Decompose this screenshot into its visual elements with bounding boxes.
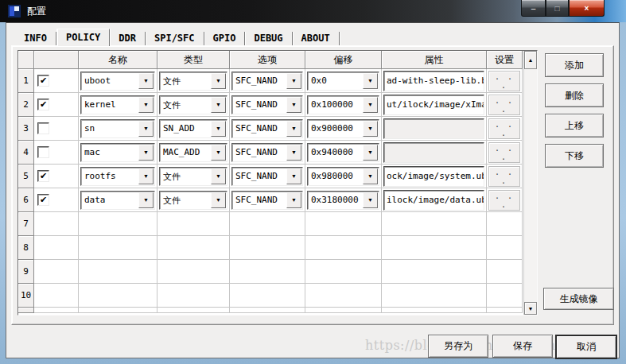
table-row-empty: 9 — [18, 260, 524, 284]
row-number: 5 — [18, 165, 34, 188]
move-down-button[interactable]: 下移 — [545, 144, 604, 168]
header-type: 类型 — [157, 51, 230, 69]
offset-combo[interactable]: 0x3180000▼ — [307, 191, 379, 210]
row-enable-checkbox[interactable]: ✔ — [37, 99, 49, 110]
attr-field[interactable]: ut/ilock/image/xImage — [383, 95, 484, 115]
tab-policy[interactable]: POLICY — [56, 29, 110, 46]
chevron-down-icon: ▼ — [211, 192, 226, 208]
attr-field[interactable] — [383, 142, 484, 163]
name-combo[interactable]: sn▼ — [80, 119, 155, 138]
chevron-down-icon: ▼ — [363, 97, 378, 113]
row-number: 1 — [18, 69, 34, 93]
table-row: 3 sn▼ SN_ADD▼ SFC_NAND▼ 0x900000▼ . . . — [18, 117, 524, 141]
type-combo[interactable]: MAC_ADD▼ — [159, 143, 227, 162]
name-combo[interactable]: rootfs▼ — [80, 167, 155, 186]
row-enable-checkbox[interactable] — [37, 122, 49, 134]
name-combo[interactable]: mac▼ — [80, 143, 155, 162]
chevron-down-icon: ▼ — [286, 121, 301, 137]
header-attr: 属性 — [382, 51, 487, 69]
generate-image-button[interactable]: 生成镜像 — [543, 288, 614, 310]
row-enable-checkbox[interactable]: ✔ — [37, 75, 49, 87]
tab-info[interactable]: INFO — [15, 32, 56, 45]
add-button[interactable]: 添加 — [545, 53, 604, 77]
tab-gpio[interactable]: GPIO — [204, 32, 246, 45]
chevron-down-icon: ▼ — [138, 192, 154, 208]
table-row: 4 mac▼ MAC_ADD▼ SFC_NAND▼ 0x940000▼ . . … — [18, 141, 524, 165]
offset-combo[interactable]: 0x100000▼ — [307, 95, 379, 114]
chevron-down-icon: ▼ — [138, 145, 154, 161]
row-number: 9 — [18, 260, 34, 284]
name-combo[interactable]: data▼ — [80, 191, 155, 210]
chevron-down-icon: ▼ — [211, 121, 226, 137]
attr-field[interactable]: ad-with-sleep-lib.bin — [383, 71, 484, 91]
checkmark-icon: ✔ — [40, 99, 47, 109]
row-number: 3 — [18, 117, 34, 141]
scroll-up-button[interactable]: ▲ — [524, 51, 537, 69]
tab-debug[interactable]: DEBUG — [245, 32, 292, 45]
browse-button[interactable]: . . . — [488, 118, 520, 139]
name-combo[interactable]: kernel▼ — [80, 95, 155, 114]
table-row-empty: 8 — [18, 236, 524, 260]
offset-combo[interactable]: 0x940000▼ — [307, 143, 379, 162]
chevron-down-icon: ▼ — [138, 168, 154, 184]
option-combo[interactable]: SFC_NAND▼ — [231, 167, 303, 186]
chevron-down-icon: ▼ — [286, 192, 301, 208]
browse-button[interactable]: . . . — [488, 71, 520, 91]
chevron-down-icon: ▼ — [138, 121, 154, 137]
chevron-down-icon: ▼ — [363, 73, 378, 89]
option-combo[interactable]: SFC_NAND▼ — [231, 119, 303, 138]
partition-table: 名称 类型 选项 偏移 属性 设置 1 ✔ uboot▼ 文件▼ — [17, 50, 538, 316]
table-row: 5 ✔ rootfs▼ 文件▼ SFC_NAND▼ 0x980000▼ ock/… — [18, 165, 524, 188]
chevron-down-icon: ▼ — [363, 121, 378, 137]
table-row-empty: 7 — [18, 212, 524, 236]
attr-field[interactable]: ock/image/system.ubi — [383, 166, 484, 187]
scroll-down-button[interactable]: ▼ — [524, 302, 537, 315]
maximize-button[interactable]: □ — [546, 0, 569, 17]
row-enable-checkbox[interactable] — [37, 146, 49, 158]
attr-field[interactable] — [383, 118, 484, 139]
type-combo[interactable]: 文件▼ — [159, 167, 227, 186]
tab-spi-sfc[interactable]: SPI/SFC — [146, 32, 204, 45]
window-controls: – □ × — [521, 0, 605, 16]
name-combo[interactable]: uboot▼ — [80, 72, 155, 91]
type-combo[interactable]: 文件▼ — [159, 72, 227, 91]
table-scrollbar[interactable]: ▲ ▼ — [523, 51, 537, 315]
offset-combo[interactable]: 0x900000▼ — [307, 119, 379, 138]
offset-combo[interactable]: 0x0▼ — [307, 72, 379, 91]
table-row-partial — [18, 308, 524, 313]
minimize-button[interactable]: – — [521, 0, 546, 17]
option-combo[interactable]: SFC_NAND▼ — [231, 95, 303, 114]
option-combo[interactable]: SFC_NAND▼ — [231, 191, 303, 210]
tab-ddr[interactable]: DDR — [110, 32, 146, 45]
browse-button[interactable]: . . . — [488, 95, 520, 115]
tab-about[interactable]: ABOUT — [293, 32, 340, 45]
header-set: 设置 — [487, 51, 523, 69]
attr-field[interactable]: ilock/image/data.ubi — [383, 190, 484, 211]
cancel-button[interactable]: 取消 — [555, 335, 617, 359]
chevron-down-icon: ▼ — [286, 168, 301, 184]
type-combo[interactable]: SN_ADD▼ — [159, 119, 227, 138]
config-dialog: 配置 – □ × INFO POLICY DDR SPI/SFC GPIO DE… — [0, 0, 626, 364]
type-combo[interactable]: 文件▼ — [159, 95, 227, 114]
type-combo[interactable]: 文件▼ — [159, 191, 227, 210]
close-button[interactable]: × — [569, 0, 605, 17]
offset-combo[interactable]: 0x980000▼ — [307, 167, 379, 186]
row-enable-checkbox[interactable]: ✔ — [37, 194, 49, 206]
row-enable-checkbox[interactable]: ✔ — [37, 170, 49, 182]
header-offset: 偏移 — [305, 51, 382, 69]
browse-button[interactable]: . . . — [488, 190, 520, 211]
save-button[interactable]: 保存 — [492, 335, 553, 358]
save-as-button[interactable]: 另存为 — [428, 335, 488, 358]
option-combo[interactable]: SFC_NAND▼ — [231, 143, 303, 162]
delete-button[interactable]: 删除 — [545, 83, 604, 107]
chevron-down-icon: ▼ — [211, 73, 226, 89]
header-name: 名称 — [79, 51, 157, 69]
browse-button[interactable]: . . . — [488, 166, 520, 187]
option-combo[interactable]: SFC_NAND▼ — [231, 72, 303, 91]
chevron-down-icon: ▼ — [363, 145, 378, 161]
chevron-down-icon: ▼ — [138, 73, 154, 89]
browse-button[interactable]: . . . — [488, 142, 520, 163]
move-up-button[interactable]: 上移 — [545, 114, 604, 137]
scroll-down-icon: ▼ — [528, 306, 534, 312]
header-option: 选项 — [230, 51, 305, 69]
